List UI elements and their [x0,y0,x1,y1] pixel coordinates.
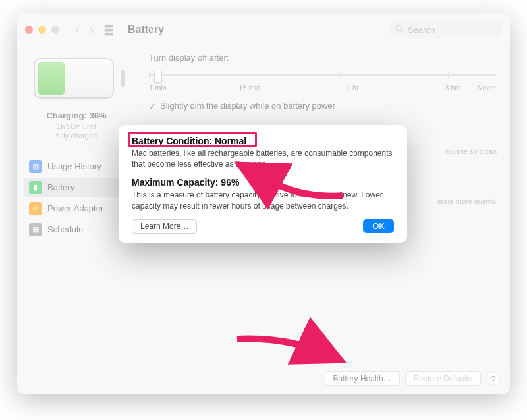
nav-arrows: ‹ › [75,23,94,37]
traffic-lights [25,26,59,34]
sidebar-item-label: Usage History [47,161,101,171]
schedule-icon: ▦ [29,223,42,236]
checkbox-checked-icon: ✓ [149,101,156,111]
zoom-window-icon[interactable] [51,26,59,34]
sidebar-item-schedule[interactable]: ▦ Schedule [24,220,129,240]
usage-history-icon: ▥ [29,160,42,173]
display-off-slider[interactable] [149,68,497,81]
charge-time-remaining: 1h 58m untilfully charged [24,122,129,141]
search-input[interactable]: Search [390,21,502,38]
battery-health-dialog: Battery Condition: Normal Mac batteries,… [119,125,407,243]
power-adapter-icon: ⚡ [29,202,42,215]
close-window-icon[interactable] [25,26,33,34]
dim-display-checkbox[interactable]: ✓ Slightly dim the display while on batt… [149,101,497,111]
slider-tick-labels: 1 min 15 min 1 hr 3 hrs Never [149,84,497,92]
battery-icon: ▮ [29,181,42,194]
sidebar-item-usage-history[interactable]: ▥ Usage History [24,157,129,176]
display-off-label: Turn display off after: [149,53,497,63]
sidebar-item-power-adapter[interactable]: ⚡ Power Adapter [24,199,129,219]
battery-health-button[interactable]: Battery Health… [325,371,400,386]
window-title: Battery [128,24,164,36]
slider-thumb[interactable] [154,70,162,83]
ok-button[interactable]: OK [363,219,394,233]
back-icon[interactable]: ‹ [75,23,79,37]
sidebar-item-label: Power Adapter [47,203,103,213]
svg-line-1 [401,30,402,32]
help-button[interactable]: ? [486,371,501,386]
learn-more-button[interactable]: Learn More… [132,219,197,234]
battery-illustration [34,58,119,104]
sidebar: Charging: 36% 1h 58m untilfully charged … [17,46,136,394]
minimize-window-icon[interactable] [38,26,46,34]
sidebar-item-battery[interactable]: ▮ Battery [24,178,129,197]
sidebar-menu: ▥ Usage History ▮ Battery ⚡ Power Adapte… [24,157,129,240]
battery-condition-body: Mac batteries, like all rechargeable bat… [132,148,394,169]
maximum-capacity-heading: Maximum Capacity: 96% [132,177,394,188]
maximum-capacity-body: This is a measure of battery capacity re… [132,190,394,211]
sidebar-item-label: Schedule [47,224,83,234]
forward-icon[interactable]: › [90,23,94,37]
show-all-icon[interactable]: ▪▪▪▪▪▪▪▪▪▪▪▪ [104,24,116,36]
charge-status: Charging: 36% [24,111,129,120]
restore-defaults-button[interactable]: Restore Defaults [405,371,481,386]
sidebar-item-label: Battery [47,182,74,192]
search-icon [395,24,404,35]
window-toolbar: ‹ › ▪▪▪▪▪▪▪▪▪▪▪▪ Battery Search [17,13,510,46]
checkbox-label: Slightly dim the display while on batter… [160,101,335,111]
bottom-button-row: Battery Health… Restore Defaults ? [325,371,501,386]
svg-point-0 [397,26,402,31]
battery-condition-heading: Battery Condition: Normal [132,136,394,146]
search-placeholder: Search [408,25,435,35]
